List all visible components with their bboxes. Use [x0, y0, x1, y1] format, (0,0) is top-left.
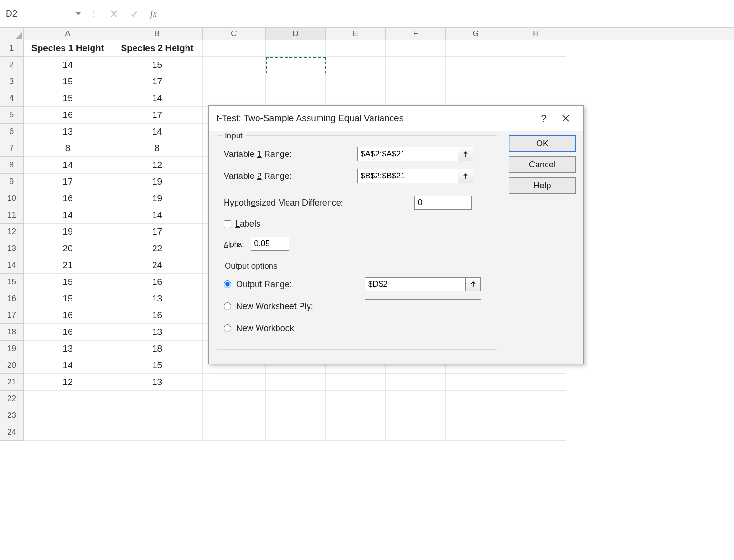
cell-H24[interactable]	[506, 424, 566, 441]
row-header-22[interactable]: 22	[0, 391, 24, 407]
cell-H3[interactable]	[506, 73, 566, 90]
cell-A6[interactable]: 13	[24, 124, 112, 140]
cell-D24[interactable]	[266, 424, 326, 441]
cell-G23[interactable]	[446, 407, 506, 424]
cancel-entry-button[interactable]	[104, 5, 124, 23]
name-box-dropdown[interactable]	[73, 5, 83, 23]
cancel-button[interactable]: Cancel	[509, 156, 576, 173]
cell-A14[interactable]: 21	[24, 257, 112, 274]
row-header-3[interactable]: 3	[0, 73, 24, 90]
fx-icon[interactable]: fx	[144, 8, 163, 19]
cell-A12[interactable]: 19	[24, 224, 112, 240]
cell-A19[interactable]: 13	[24, 341, 112, 357]
enter-entry-button[interactable]	[124, 5, 144, 23]
variable2-range-input[interactable]	[357, 169, 458, 183]
cell-B5[interactable]: 17	[112, 107, 203, 124]
cell-E1[interactable]	[326, 40, 386, 57]
row-header-12[interactable]: 12	[0, 224, 24, 240]
cell-B9[interactable]: 19	[112, 174, 203, 190]
variable1-range-input[interactable]	[357, 147, 458, 161]
cell-C3[interactable]	[203, 73, 266, 90]
cell-F3[interactable]	[386, 73, 446, 90]
cell-H2[interactable]	[506, 57, 566, 73]
cell-G1[interactable]	[446, 40, 506, 57]
cell-E3[interactable]	[326, 73, 386, 90]
row-header-24[interactable]: 24	[0, 424, 24, 441]
ok-button[interactable]: OK	[509, 135, 576, 152]
cell-C4[interactable]	[203, 90, 266, 107]
cell-A9[interactable]: 17	[24, 174, 112, 190]
cell-D4[interactable]	[266, 90, 326, 107]
cell-D3[interactable]	[266, 73, 326, 90]
cell-D1[interactable]	[266, 40, 326, 57]
output-range-picker[interactable]	[465, 277, 481, 291]
row-header-20[interactable]: 20	[0, 357, 24, 374]
labels-checkbox[interactable]	[224, 220, 231, 228]
column-header-C[interactable]: C	[203, 28, 266, 40]
row-header-14[interactable]: 14	[0, 257, 24, 274]
cell-A23[interactable]	[24, 407, 112, 424]
row-header-7[interactable]: 7	[0, 140, 24, 157]
cell-D21[interactable]	[266, 374, 326, 391]
cell-G24[interactable]	[446, 424, 506, 441]
cell-B3[interactable]: 17	[112, 73, 203, 90]
cell-B8[interactable]: 12	[112, 157, 203, 174]
row-header-6[interactable]: 6	[0, 124, 24, 140]
cell-A8[interactable]: 14	[24, 157, 112, 174]
row-header-4[interactable]: 4	[0, 90, 24, 107]
variable2-range-picker[interactable]	[458, 169, 473, 183]
cell-F21[interactable]	[386, 374, 446, 391]
cell-B17[interactable]: 16	[112, 307, 203, 324]
cell-B12[interactable]: 17	[112, 224, 203, 240]
column-header-F[interactable]: F	[386, 28, 446, 40]
dialog-titlebar[interactable]: t-Test: Two-Sample Assuming Equal Varian…	[209, 106, 583, 131]
row-header-2[interactable]: 2	[0, 57, 24, 73]
cell-B1[interactable]: Species 2 Height	[112, 40, 203, 57]
cell-B2[interactable]: 15	[112, 57, 203, 73]
cell-A4[interactable]: 15	[24, 90, 112, 107]
column-header-D[interactable]: D	[266, 28, 326, 40]
cell-F24[interactable]	[386, 424, 446, 441]
column-header-E[interactable]: E	[326, 28, 386, 40]
row-header-23[interactable]: 23	[0, 407, 24, 424]
cell-G22[interactable]	[446, 391, 506, 407]
cell-B11[interactable]: 14	[112, 207, 203, 224]
cell-B13[interactable]: 22	[112, 240, 203, 257]
row-header-11[interactable]: 11	[0, 207, 24, 224]
cell-B19[interactable]: 18	[112, 341, 203, 357]
cell-A5[interactable]: 16	[24, 107, 112, 124]
cell-A3[interactable]: 15	[24, 73, 112, 90]
cell-E22[interactable]	[326, 391, 386, 407]
cell-F1[interactable]	[386, 40, 446, 57]
row-header-15[interactable]: 15	[0, 274, 24, 290]
cell-D23[interactable]	[266, 407, 326, 424]
new-workbook-radio[interactable]	[224, 324, 231, 332]
cell-B22[interactable]	[112, 391, 203, 407]
cell-F22[interactable]	[386, 391, 446, 407]
cell-B23[interactable]	[112, 407, 203, 424]
dialog-close-button[interactable]	[555, 107, 577, 129]
cell-A7[interactable]: 8	[24, 140, 112, 157]
row-header-8[interactable]: 8	[0, 157, 24, 174]
row-header-1[interactable]: 1	[0, 40, 24, 57]
row-header-17[interactable]: 17	[0, 307, 24, 324]
cell-B15[interactable]: 16	[112, 274, 203, 290]
cell-A10[interactable]: 16	[24, 190, 112, 207]
alpha-input[interactable]	[251, 237, 289, 251]
formula-input[interactable]	[169, 5, 732, 23]
cell-B6[interactable]: 14	[112, 124, 203, 140]
output-range-radio[interactable]	[224, 280, 231, 288]
cell-B24[interactable]	[112, 424, 203, 441]
column-header-G[interactable]: G	[446, 28, 506, 40]
cell-C1[interactable]	[203, 40, 266, 57]
cell-H22[interactable]	[506, 391, 566, 407]
row-header-18[interactable]: 18	[0, 324, 24, 341]
cell-C23[interactable]	[203, 407, 266, 424]
cell-H21[interactable]	[506, 374, 566, 391]
dialog-help-button[interactable]: ?	[533, 107, 555, 129]
cell-A20[interactable]: 14	[24, 357, 112, 374]
cell-C24[interactable]	[203, 424, 266, 441]
column-header-A[interactable]: A	[24, 28, 112, 40]
row-header-19[interactable]: 19	[0, 341, 24, 357]
cell-F4[interactable]	[386, 90, 446, 107]
